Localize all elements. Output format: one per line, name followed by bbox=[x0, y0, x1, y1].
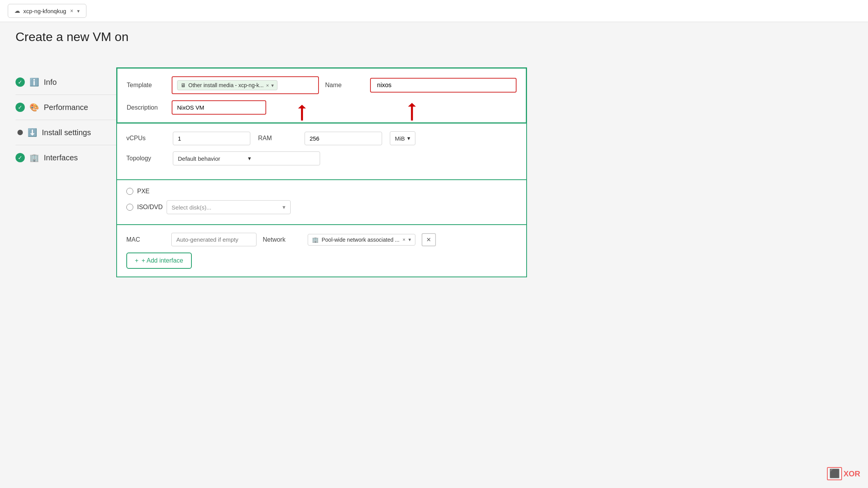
mac-input[interactable] bbox=[171, 233, 257, 246]
sidebar-item-performance[interactable]: ✓ 🎨 Performance bbox=[16, 96, 116, 118]
network-tag-dropdown-button[interactable]: ▾ bbox=[408, 237, 411, 242]
description-row: Description bbox=[127, 100, 517, 115]
interfaces-nav-label: Interfaces bbox=[44, 153, 78, 162]
sidebar-item-install-settings[interactable]: ⬇️ Install settings bbox=[16, 122, 116, 143]
pxe-row: PXE bbox=[126, 188, 517, 195]
page-title: Create a new VM on bbox=[16, 30, 852, 44]
interfaces-status-icon: ✓ bbox=[16, 153, 25, 162]
disk-select[interactable]: Select disk(s)... ▾ bbox=[167, 200, 291, 214]
name-label: Name bbox=[325, 82, 364, 89]
right-content: Template 🖥 Other install media - xcp-ng-… bbox=[116, 67, 527, 277]
performance-nav-label: Performance bbox=[44, 103, 88, 112]
disk-select-placeholder: Select disk(s)... bbox=[172, 204, 212, 211]
ram-unit-dropdown-icon: ▾ bbox=[407, 135, 410, 142]
mac-network-row: MAC Network 🏢 Pool-wide network associat… bbox=[126, 233, 517, 246]
add-interface-label: + Add interface bbox=[141, 257, 183, 264]
template-name-row: Template 🖥 Other install media - xcp-ng-… bbox=[127, 76, 517, 94]
template-tag: 🖥 Other install media - xcp-ng-k... × ▾ bbox=[177, 80, 277, 90]
template-field[interactable]: 🖥 Other install media - xcp-ng-k... × ▾ bbox=[172, 76, 319, 94]
mac-label: MAC bbox=[126, 236, 165, 243]
performance-nav-icon: 🎨 bbox=[29, 103, 39, 112]
info-nav-icon: ℹ️ bbox=[29, 77, 39, 87]
template-tag-close-button[interactable]: × bbox=[266, 82, 269, 88]
ram-unit-label: MiB bbox=[395, 135, 405, 142]
vcpu-ram-row: vCPUs RAM MiB ▾ bbox=[126, 131, 517, 145]
network-tag: 🏢 Pool-wide network associated ... × ▾ bbox=[308, 234, 415, 246]
vcpus-label: vCPUs bbox=[126, 135, 165, 142]
pxe-label: PXE bbox=[137, 188, 150, 195]
info-nav-label: Info bbox=[44, 78, 57, 87]
remove-network-button[interactable]: ✕ bbox=[422, 233, 436, 246]
vcpus-input[interactable] bbox=[173, 132, 250, 145]
add-interface-button[interactable]: + + Add interface bbox=[126, 253, 192, 269]
template-label: Template bbox=[127, 82, 165, 89]
template-tag-dropdown-button[interactable]: ▾ bbox=[271, 82, 274, 88]
left-navigation: ✓ ℹ️ Info ✓ 🎨 Performance ⬇️ Install set… bbox=[16, 67, 116, 277]
install-nav-label: Install settings bbox=[42, 128, 91, 137]
iso-label: ISO/DVD bbox=[137, 204, 163, 211]
performance-status-icon: ✓ bbox=[16, 103, 25, 112]
network-tag-icon: 🏢 bbox=[312, 237, 319, 243]
add-interface-icon: + bbox=[135, 257, 138, 264]
add-interface-row: + + Add interface bbox=[126, 253, 517, 269]
topology-dropdown-icon: ▾ bbox=[248, 155, 315, 162]
interfaces-panel: MAC Network 🏢 Pool-wide network associat… bbox=[116, 225, 527, 277]
description-wrapper bbox=[172, 100, 266, 115]
topology-select[interactable]: Default behavior ▾ bbox=[173, 151, 320, 165]
install-status-dot bbox=[17, 130, 23, 135]
template-monitor-icon: 🖥 bbox=[181, 82, 186, 88]
sidebar-item-info[interactable]: ✓ ℹ️ Info bbox=[16, 71, 116, 93]
network-label: Network bbox=[263, 236, 301, 243]
topology-value: Default behavior bbox=[178, 155, 245, 162]
install-settings-panel: PXE ISO/DVD Select disk(s)... ▾ bbox=[116, 180, 527, 225]
topology-label: Topology bbox=[126, 155, 165, 162]
description-label: Description bbox=[127, 104, 165, 111]
description-input[interactable] bbox=[172, 101, 265, 114]
pxe-radio[interactable] bbox=[126, 188, 133, 195]
performance-panel: vCPUs RAM MiB ▾ Topology Default behavio… bbox=[116, 124, 527, 180]
info-status-icon: ✓ bbox=[16, 77, 25, 87]
vm-tab[interactable]: ☁ xcp-ng-kfonqkug × ▾ bbox=[8, 4, 86, 18]
disk-dropdown-icon: ▾ bbox=[282, 204, 286, 211]
install-nav-icon: ⬇️ bbox=[28, 128, 37, 137]
name-input[interactable] bbox=[377, 82, 510, 89]
info-panel: Template 🖥 Other install media - xcp-ng-… bbox=[116, 67, 527, 124]
cloud-icon: ☁ bbox=[14, 7, 20, 14]
tab-dropdown-button[interactable]: ▾ bbox=[77, 8, 80, 14]
ram-unit-select[interactable]: MiB ▾ bbox=[390, 131, 415, 145]
ram-label: RAM bbox=[258, 135, 297, 142]
iso-radio[interactable] bbox=[126, 204, 133, 211]
topology-row: Topology Default behavior ▾ bbox=[126, 151, 517, 165]
network-tag-close-button[interactable]: × bbox=[403, 237, 406, 242]
network-tag-text: Pool-wide network associated ... bbox=[322, 237, 400, 243]
iso-row: ISO/DVD Select disk(s)... ▾ bbox=[126, 200, 517, 214]
tab-close-button[interactable]: × bbox=[69, 8, 74, 14]
sidebar-item-interfaces[interactable]: ✓ 🏢 Interfaces bbox=[16, 147, 116, 168]
ram-input[interactable] bbox=[305, 132, 382, 145]
name-field[interactable] bbox=[370, 78, 517, 93]
tab-label: xcp-ng-kfonqkug bbox=[23, 8, 66, 14]
template-tag-text: Other install media - xcp-ng-k... bbox=[188, 82, 264, 88]
interfaces-nav-icon: 🏢 bbox=[29, 153, 39, 162]
